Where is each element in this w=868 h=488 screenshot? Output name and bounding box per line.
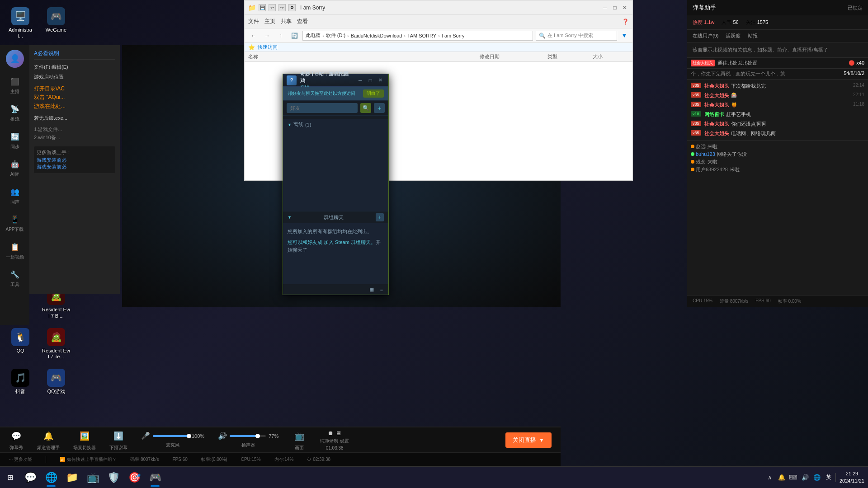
tray-bell[interactable]: 🔔 [777, 473, 787, 483]
desktop-icon-wegame[interactable]: 🎮 WeGame [40, 5, 72, 42]
taskbar-bili[interactable]: 📺 [83, 468, 103, 488]
right-panel: 弹幕助手 已锁定 热度 1.1w 人气 56 关注 1575 在线用户(9) 活… [687, 0, 868, 307]
sync-icon: 🔄 [9, 130, 21, 143]
fe-settings-btn[interactable]: ⚙ [288, 4, 296, 11]
steam-offline-section[interactable]: ▼ 离线 (1) [283, 119, 388, 130]
speaker-slider[interactable] [230, 435, 266, 437]
desktop-icon-admin[interactable]: 🖥️ Administrat... [5, 5, 36, 42]
steam-restore-btn[interactable]: □ [366, 76, 375, 84]
mem-stat: 流量 8007kb/s [720, 298, 748, 305]
taskbar-edge[interactable]: 🌐 [41, 468, 61, 488]
steam-search-input[interactable] [287, 103, 358, 113]
taskbar-security[interactable]: 🛡️ [104, 468, 123, 488]
fe-maximize-btn[interactable]: □ [611, 4, 619, 12]
sidebar-user-avatar[interactable]: 👤 [6, 50, 24, 68]
steam-list-view-btn[interactable]: ≡ [377, 286, 386, 294]
danmu-control[interactable]: 💬 弹幕秀 [9, 429, 24, 451]
stream-tip-icon: 📶 [60, 457, 65, 462]
steam-add-friend-btn[interactable]: + [374, 103, 385, 113]
sidebar-item-push[interactable]: 📡 推流 [2, 100, 27, 125]
steam-group-arrow: ▼ [288, 215, 292, 220]
taskbar-files[interactable]: 📁 [62, 468, 82, 488]
manage-control[interactable]: 🔔 频道管理手 [37, 429, 60, 451]
steam-group-description: 您所加入的所有有群组均均在此列出。 您可以和好友成 加入 Steam 群组聊天。… [283, 223, 388, 284]
fe-redo-btn[interactable]: ↪ [278, 4, 286, 11]
dropframe-status: 帧率:(0.00%) [201, 456, 227, 463]
speaker-pct: 77% [269, 433, 278, 439]
fe-menu-view[interactable]: 查看 [297, 18, 308, 25]
voice-icon: 👥 [9, 185, 21, 198]
report-label: 站报 [748, 33, 758, 39]
desktop-icon-douyin[interactable]: 🎵 抖音 [5, 366, 36, 397]
sidebar-item-voice[interactable]: 👥 同声 [2, 183, 27, 208]
mic-slider[interactable] [153, 435, 189, 437]
fe-back-btn[interactable]: ← [248, 30, 259, 41]
desktop-icon-qqgame[interactable]: 🎮 QQ游戏 [40, 366, 72, 397]
sidebar-item-together[interactable]: 📋 一起视频 [2, 238, 27, 263]
sidebar-item-anchor[interactable]: ⬛ 主播 [2, 72, 27, 98]
fe-save-btn[interactable]: 💾 [259, 4, 266, 11]
steam-group-add-btn[interactable]: + [376, 213, 384, 221]
steam-search-button[interactable]: 🔍 [360, 103, 371, 113]
desktop-icon-qq2[interactable]: 🐧 QQ [5, 325, 36, 362]
tray-volume[interactable]: 🔊 [800, 473, 810, 483]
taskbar-steam[interactable]: 🎮 [145, 468, 165, 488]
record-info: ⏺ 🖥 [328, 430, 341, 436]
more-functions[interactable]: ··· 更多功能 [9, 456, 32, 463]
steam-minimize-btn[interactable]: ─ [356, 76, 365, 84]
live-btn-arrow: ▼ [539, 437, 544, 443]
quick-access-label[interactable]: 快速访问 [258, 44, 278, 51]
download-control[interactable]: ⬇️ 下播谢幕 [109, 429, 127, 451]
tools-icon: 🔧 [9, 268, 21, 281]
taskbar-app7[interactable]: 🎯 [124, 468, 144, 488]
tray-keyboard[interactable]: ⌨ [788, 473, 798, 483]
fe-menu-file[interactable]: 文件 [248, 18, 259, 25]
system-clock[interactable]: 21:29 2024/11/21 [840, 470, 864, 484]
steam-username: 奇妙丨B站：游戏挖掘鸡 [300, 70, 352, 84]
file-explorer-address[interactable]: 此电脑 › 软件 (D:) › BaiduNetdiskDownload › I… [302, 31, 533, 41]
fe-menu-home[interactable]: 主页 [264, 18, 275, 25]
fe-nav-arrow[interactable]: ▼ [620, 31, 629, 40]
danmu-label: 弹幕秀 [9, 445, 23, 451]
sidebar-item-ai[interactable]: 🤖 AI智 [2, 155, 27, 180]
steam-grid-view-btn[interactable]: ▦ [368, 286, 376, 294]
score-display: 54/8/10/2 [844, 70, 864, 76]
stream-bottom-controls: 💬 弹幕秀 🔔 频道管理手 🖼️ 场景切换器 ⬇️ 下播谢幕 🎤 [0, 427, 561, 466]
taskbar-wechat[interactable]: 💬 [20, 468, 40, 488]
fe-undo-btn[interactable]: ↩ [269, 4, 276, 11]
fe-minimize-btn[interactable]: ─ [601, 4, 609, 12]
fe-refresh-btn[interactable]: 🔄 [289, 30, 300, 41]
tray-network[interactable]: 🌐 [812, 473, 822, 483]
desktop-icon-re7t[interactable]: 🧟 Resident Evil 7 Te... [40, 325, 72, 362]
steam-close-btn[interactable]: ✕ [376, 76, 385, 84]
sidebar-item-sync[interactable]: 🔄 同步 [2, 127, 27, 153]
quality-label: 纯净录制 [320, 438, 338, 444]
record-control[interactable]: ⏺ 🖥 纯净录制 设置 01:03:38 [320, 430, 349, 450]
close-live-btn[interactable]: 关闭直播 ▼ [505, 432, 552, 448]
steam-confirm-btn[interactable]: 明白了 [363, 89, 384, 98]
start-button[interactable]: ⊞ [0, 467, 20, 488]
tray-en[interactable]: 英 [824, 473, 834, 483]
fe-close-btn[interactable]: ✕ [621, 4, 629, 12]
fe-up-btn[interactable]: ↑ [275, 30, 286, 41]
push-icon: 📡 [9, 103, 21, 115]
sidebar-item-tools[interactable]: 🔧 工具 [2, 265, 27, 291]
steam-window-titlebar: ? 奇妙丨B站：游戏挖掘鸡 在线 ─ □ ✕ [283, 74, 388, 87]
fe-help-btn[interactable]: ❓ [622, 19, 629, 25]
instructions-panel: A必看说明 文件(F) 编辑(E) 游戏启动位置 打开目录\AC双击 "AQui… [29, 45, 120, 294]
sidebar-item-app[interactable]: 📱 APP下载 [2, 210, 27, 235]
followers-stat: 关注 1575 [746, 19, 769, 26]
scene-control[interactable]: 🖼️ 场景切换器 [73, 429, 96, 451]
perf-stats: CPU 15% 流量 8007kb/s FPS 60 帧率 0.00% [693, 298, 863, 305]
fe-forward-btn[interactable]: → [262, 30, 273, 41]
file-explorer-titlebar: 📁 💾 ↩ ↪ ⚙ I am Sorry ─ □ ✕ [245, 0, 632, 15]
taskbar: ⊞ 💬 🌐 📁 📺 🛡️ 🎯 🎮 ∧ 🔔 ⌨ 🔊 🌐 英 21:29 2024 [0, 466, 868, 488]
screen-control[interactable]: 📺 画面 [292, 429, 307, 451]
record-time: 01:03:38 [326, 446, 344, 450]
instructions-content: 文件(F) 编辑(E) 游戏启动位置 打开目录\AC双击 "AQui...游戏在… [34, 63, 115, 142]
file-explorer-quick-access: ⭐ 快速访问 [245, 43, 632, 52]
steam-group-chat-header: ▼ 群组聊天 + [283, 211, 388, 223]
fe-menu-share[interactable]: 共享 [281, 18, 292, 25]
tray-expand[interactable]: ∧ [765, 473, 775, 483]
file-explorer-search[interactable]: 🔍 在 I am Sorry 中搜索 [536, 31, 617, 41]
